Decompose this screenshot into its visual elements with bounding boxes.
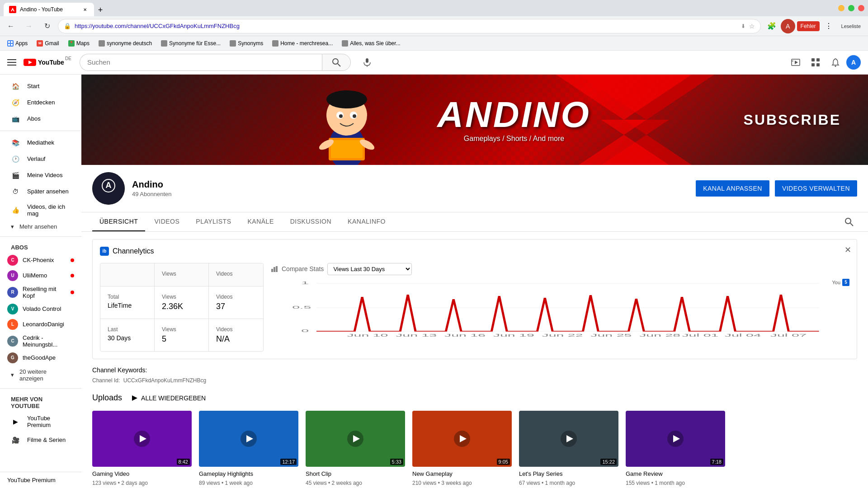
tab-diskussion[interactable]: DISKUSSION — [283, 212, 339, 231]
keywords-label: Channel Keywords: — [92, 366, 857, 374]
extensions-icon[interactable]: 🧩 — [764, 19, 779, 33]
cedrik-avatar: C — [7, 336, 18, 347]
youtube-logo[interactable]: YouTube DE — [24, 58, 72, 67]
sidebar-item-yt-movies[interactable]: 🎥 Filme & Serien — [4, 432, 78, 448]
yt-premium-footer: YouTube Premium — [0, 472, 81, 488]
bookmark-synonyme2[interactable]: Synonyme für Esse... — [157, 38, 224, 48]
play-all-button[interactable]: ALLE WIEDERGEBEN — [127, 391, 209, 405]
reload-button[interactable]: ↻ — [40, 19, 54, 33]
new-tab-button[interactable]: + — [94, 4, 107, 16]
show-more-subs[interactable]: ▾ 20 weitere anzeigen — [0, 366, 81, 385]
sidebar-sub-uliimemo[interactable]: U UliiMemo — [0, 268, 81, 283]
close-window-button[interactable] — [858, 5, 864, 11]
sidebar-item-meine-videos[interactable]: 🎬 Meine Videos — [4, 167, 78, 183]
sidebar-item-spaeter[interactable]: ⏱ Später ansehen — [4, 183, 78, 200]
tab-videos[interactable]: VIDEOS — [147, 212, 187, 231]
videos-col-header: Videos — [216, 271, 256, 277]
tab-playlists[interactable]: PLAYLISTS — [189, 212, 238, 231]
notifications-button[interactable] — [826, 53, 844, 71]
sidebar-sub-volado[interactable]: V Volado Control — [0, 301, 81, 317]
voice-search-button[interactable] — [358, 53, 376, 71]
apps-button[interactable] — [807, 53, 825, 71]
tab-favicon — [9, 6, 16, 13]
uliimemo-avatar: U — [7, 270, 18, 281]
back-button[interactable]: ← — [4, 19, 18, 33]
menu-icon[interactable]: ⋮ — [821, 19, 836, 33]
stats-total-label-cell: Total LifeTime — [100, 286, 155, 319]
star-icon[interactable]: ☆ — [749, 23, 755, 30]
tab-kanale[interactable]: KANÄLE — [240, 212, 281, 231]
tab-ubersicht[interactable]: ÜBERSICHT — [92, 212, 145, 231]
stats-total-videos-cell: Videos 37 — [209, 286, 263, 319]
sidebar-sub-reselling[interactable]: R Reselling mit Kopf — [0, 283, 81, 301]
y-label-0: 0 — [301, 328, 309, 333]
search-input[interactable] — [80, 54, 322, 71]
sidebar-item-abos[interactable]: 📺 Abos — [4, 111, 78, 127]
active-tab[interactable]: Andino - YouTube ✕ — [4, 3, 94, 16]
video-thumb-3[interactable]: 5:33 — [306, 411, 405, 467]
views-dropdown[interactable]: Views Last 30 Days Views Last 7 Days Sub… — [327, 263, 412, 275]
bookmark-synonyms[interactable]: Synonyms — [226, 38, 267, 48]
watch-later-icon: ⏱ — [11, 187, 20, 196]
forward-button[interactable]: → — [22, 19, 36, 33]
manage-videos-button[interactable]: VIDEOS VERWALTEN — [775, 180, 857, 197]
sidebar-sub-ck-phoenix[interactable]: C CK-Phoenix — [0, 253, 81, 268]
bookmark-synonyme[interactable]: synonyme deutsch — [95, 38, 156, 48]
header-right-actions: A — [787, 53, 861, 71]
bookmark-maps[interactable]: 📍 Maps — [65, 38, 93, 48]
sidebar-sub-cedrik[interactable]: C Cedrik - Meinungsbl... — [0, 332, 81, 350]
stats-total-row: Total LifeTime Views 2.36K Videos 37 — [100, 286, 263, 319]
subscriptions-icon: 📺 — [11, 114, 20, 123]
video-thumb-2[interactable]: 12:17 — [199, 411, 298, 467]
sidebar-item-verlauf[interactable]: 🕐 Verlauf — [4, 151, 78, 167]
yt-movies-label: Filme & Serien — [27, 436, 66, 443]
sidebar-item-entdecken[interactable]: 🧭 Entdecken — [4, 94, 78, 111]
user-avatar[interactable]: A — [846, 55, 861, 70]
sidebar-item-mediathek[interactable]: 📚 Mediathek — [4, 135, 78, 151]
video-thumb-6[interactable]: 7:18 — [626, 411, 725, 467]
sidebar-item-liked[interactable]: 👍 Videos, die ich mag — [4, 200, 78, 221]
show-more-label: Mehr ansehen — [19, 223, 57, 230]
maximize-button[interactable] — [848, 5, 854, 11]
video-play-icon-2 — [240, 430, 258, 448]
svg-rect-18 — [816, 58, 820, 61]
address-bar[interactable]: 🔒 https://youtube.com/channel/UCCxGFkdAn… — [58, 19, 761, 33]
analytics-close-button[interactable]: ✕ — [844, 245, 851, 255]
tab-kanalinfo[interactable]: KANALINFO — [340, 212, 393, 231]
error-badge[interactable]: Fehler — [797, 21, 820, 31]
minimize-button[interactable] — [838, 5, 844, 11]
bookmark-gmail[interactable]: M Gmail — [33, 38, 62, 48]
yt-premium-label: YouTube Premium — [27, 415, 71, 428]
bookmark-apps[interactable]: Apps — [4, 38, 31, 48]
sidebar-item-start[interactable]: 🏠 Start — [4, 78, 78, 94]
tab-close-button[interactable]: ✕ — [81, 6, 89, 13]
customize-channel-button[interactable]: KANAL ANPASSEN — [696, 180, 769, 197]
sidebar-item-yt-premium[interactable]: ▶ YouTube Premium — [4, 411, 78, 432]
sidebar-spaeter-label: Später ansehen — [27, 188, 69, 195]
svg-marker-15 — [795, 61, 798, 64]
play-all-label: ALLE WIEDERGEBEN — [141, 394, 206, 402]
hamburger-menu[interactable] — [7, 58, 16, 67]
total-views-value: 2.36K — [162, 302, 201, 311]
video-thumb-1[interactable]: 8:42 — [92, 411, 192, 467]
search-button[interactable] — [322, 54, 351, 71]
microphone-icon — [363, 58, 372, 67]
bookmark-home[interactable]: Home - merchresea... — [269, 38, 336, 48]
upload-button[interactable] — [787, 53, 805, 71]
banner-character — [302, 75, 392, 165]
bookmark-alles[interactable]: Alles, was Sie über... — [338, 38, 404, 48]
last30-videos-label: Videos — [216, 326, 256, 333]
video-thumb-5[interactable]: 15:22 — [519, 411, 618, 467]
svg-rect-20 — [816, 63, 820, 66]
reading-list-button[interactable]: Leseliste — [838, 22, 864, 31]
video-duration-1: 8:42 — [177, 459, 190, 465]
profile-icon[interactable]: A — [781, 19, 795, 33]
x-label-jun16: Jun 16 — [444, 333, 486, 338]
sidebar-sub-goodape[interactable]: G theGoodApe — [0, 350, 81, 366]
sidebar-sub-leonardo[interactable]: L LeonardoDanigi — [0, 317, 81, 332]
channel-tabs: ÜBERSICHT VIDEOS PLAYLISTS KANÄLE DISKUS… — [81, 212, 868, 232]
show-more-library[interactable]: ▾ Mehr ansehen — [0, 221, 81, 233]
yt-premium-icon: ▶ — [11, 417, 20, 426]
video-thumb-4[interactable]: 9:05 — [412, 411, 512, 467]
channel-search-button[interactable] — [841, 212, 857, 231]
